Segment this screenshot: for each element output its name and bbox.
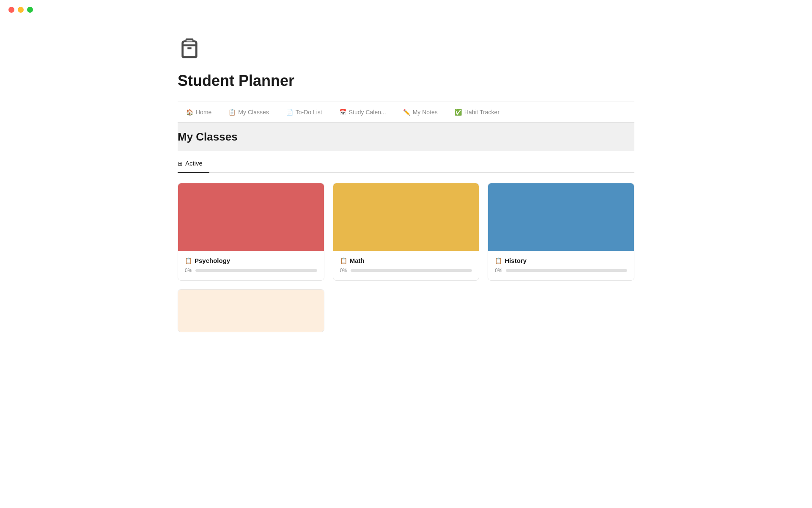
tab-study-calendar-label: Study Calen... xyxy=(349,109,386,116)
math-progress-label: 0% xyxy=(340,268,347,273)
tab-my-classes[interactable]: 📋 My Classes xyxy=(220,105,277,119)
todo-icon: 📄 xyxy=(286,109,293,116)
math-label: Math xyxy=(350,257,365,264)
tab-my-classes-label: My Classes xyxy=(238,109,269,116)
card-color-history xyxy=(488,183,634,251)
progress-track-psychology xyxy=(195,269,317,272)
tab-habit-tracker-label: Habit Tracker xyxy=(464,109,499,116)
psychology-label: Psychology xyxy=(195,257,230,264)
class-card-math[interactable]: 📋 Math 0% xyxy=(333,183,480,281)
calendar-icon: 📅 xyxy=(339,109,346,116)
history-label: History xyxy=(505,257,527,264)
progress-track-math xyxy=(351,269,472,272)
page-title: Student Planner xyxy=(178,72,634,90)
filter-tab-active-label: Active xyxy=(185,160,203,167)
classes-grid: 📋 Psychology 0% 📋 Math xyxy=(178,183,634,281)
history-progress-label: 0% xyxy=(495,268,502,273)
tab-todo-list[interactable]: 📄 To-Do List xyxy=(277,105,331,119)
filter-tab-active[interactable]: ⊞ Active xyxy=(178,156,209,173)
card-body-history: 📋 History 0% xyxy=(488,251,634,280)
close-button[interactable] xyxy=(8,7,14,13)
traffic-lights xyxy=(0,0,812,19)
maximize-button[interactable] xyxy=(27,7,33,13)
tab-home[interactable]: 🏠 Home xyxy=(178,105,220,119)
nav-tabs: 🏠 Home 📋 My Classes 📄 To-Do List 📅 Study… xyxy=(178,102,634,123)
class-name-psychology: 📋 Psychology xyxy=(185,257,317,264)
tab-todo-label: To-Do List xyxy=(296,109,322,116)
math-icon: 📋 xyxy=(340,257,347,264)
card-body-psychology: 📋 Psychology 0% xyxy=(178,251,324,280)
filter-tabs: ⊞ Active xyxy=(178,151,634,173)
habit-icon: ✅ xyxy=(455,109,462,116)
tab-my-notes[interactable]: ✏️ My Notes xyxy=(395,105,446,119)
home-icon: 🏠 xyxy=(186,109,193,116)
section-title: My Classes xyxy=(178,130,634,144)
progress-row-math: 0% xyxy=(340,268,472,273)
section-header: My Classes xyxy=(178,123,634,151)
psychology-progress-label: 0% xyxy=(185,268,192,273)
tab-study-calendar[interactable]: 📅 Study Calen... xyxy=(331,105,395,119)
psychology-icon: 📋 xyxy=(185,257,192,264)
progress-row-history: 0% xyxy=(495,268,627,273)
tab-my-notes-label: My Notes xyxy=(413,109,438,116)
progress-row-psychology: 0% xyxy=(185,268,317,273)
class-name-history: 📋 History xyxy=(495,257,627,264)
class-card-history[interactable]: 📋 History 0% xyxy=(488,183,634,281)
class-card-psychology[interactable]: 📋 Psychology 0% xyxy=(178,183,324,281)
classes-icon: 📋 xyxy=(228,109,236,116)
progress-track-history xyxy=(506,269,627,272)
app-icon xyxy=(178,36,634,62)
backpack-svg-icon xyxy=(178,36,201,60)
partial-card-1[interactable] xyxy=(178,289,324,332)
minimize-button[interactable] xyxy=(18,7,24,13)
grid-icon: ⊞ xyxy=(178,160,183,167)
tab-home-label: Home xyxy=(196,109,211,116)
class-name-math: 📋 Math xyxy=(340,257,472,264)
card-color-math xyxy=(333,183,479,251)
partial-color-1 xyxy=(178,290,324,332)
card-body-math: 📋 Math 0% xyxy=(333,251,479,280)
notes-icon: ✏️ xyxy=(403,109,410,116)
tab-habit-tracker[interactable]: ✅ Habit Tracker xyxy=(446,105,508,119)
history-icon: 📋 xyxy=(495,257,502,264)
partial-cards-row xyxy=(178,289,634,332)
card-color-psychology xyxy=(178,183,324,251)
